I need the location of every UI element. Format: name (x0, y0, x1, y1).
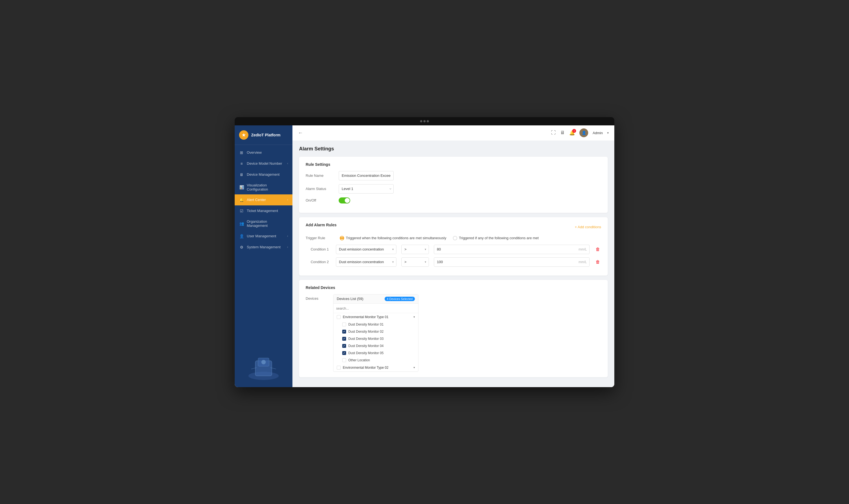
group-1-name: Environmental Monitor Type 01 (343, 315, 388, 319)
device-item-1-3-name: Dust Density Monitor 03 (348, 337, 384, 341)
condition-1-value-input[interactable] (434, 245, 589, 254)
on-off-row: On/Off (306, 197, 601, 203)
alarm-rules-header: Add Alarm Rules + Add conditions (306, 223, 601, 232)
user-chevron-icon: ▾ (607, 131, 609, 135)
rule-name-input[interactable] (339, 171, 394, 180)
list-item[interactable]: Other Location (333, 357, 418, 364)
fullscreen-icon[interactable]: ⛶ (551, 130, 556, 136)
main-content: ← ⛶ 🖥 🔔 1 👤 Admin ▾ Alarm Settings (293, 125, 614, 387)
ticket-mgmt-icon: ☑ (239, 209, 244, 213)
device-mgmt-icon: 🖥 (239, 172, 244, 177)
list-item[interactable]: Dust Density Monitor 05 (333, 349, 418, 357)
condition-2-value-input[interactable] (434, 257, 589, 267)
logo-text: ZedIoT Platform (251, 133, 281, 137)
condition-2-metric-select[interactable]: Dust emission concentration (336, 257, 396, 267)
device-item-1-3-checkbox[interactable] (342, 337, 346, 341)
device-item-1-1-checkbox[interactable] (342, 323, 346, 326)
group-1-chevron-icon: ▾ (413, 316, 415, 319)
trigger-option-simultaneous[interactable]: Triggered when the following conditions … (340, 236, 446, 240)
sidebar-item-label: Device Model Number (247, 161, 282, 165)
condition-1-metric-select[interactable]: Dust emission concentration (336, 245, 396, 254)
list-item[interactable]: Dust Density Monitor 01 (333, 321, 418, 328)
devices-panel: Devices List (59) 4 Devices Selected (333, 294, 419, 372)
notification-badge: 1 (572, 129, 576, 133)
add-conditions-button[interactable]: + Add conditions (575, 225, 601, 229)
condition-1-operator-select[interactable]: > < = (401, 245, 429, 254)
alarm-status-select-wrapper: Level 1 (339, 184, 394, 194)
device-group-2-header[interactable]: Environmental Monitor Type 02 ▾ (333, 364, 418, 372)
monitor-icon[interactable]: 🖥 (560, 130, 565, 136)
sidebar-item-visualization[interactable]: 📊 Visualization Configuration (235, 180, 293, 194)
rule-settings-card: Rule Settings Rule Name Alarm Status Lev… (299, 157, 608, 213)
device-group-1-header[interactable]: Environmental Monitor Type 01 ▾ (333, 313, 418, 321)
device-item-1-4-name: Dust Density Monitor 04 (348, 344, 384, 348)
list-item[interactable]: Dust Density Monitor 02 (333, 328, 418, 335)
trigger-option-2-label: Triggered if any of the following condit… (459, 236, 539, 240)
sidebar-item-label: Overview (247, 150, 262, 155)
device-item-1-5-checkbox[interactable] (342, 351, 346, 355)
chevron-icon: ‹ (287, 246, 288, 249)
sidebar-item-label: Visualization Configuration (247, 183, 288, 191)
back-button[interactable]: ← (298, 130, 303, 136)
logo-icon: ★ (239, 130, 248, 140)
sidebar-item-ticket-mgmt[interactable]: ☑ Ticket Management (235, 205, 293, 216)
condition-2-operator-select[interactable]: > < = (401, 257, 429, 267)
on-off-toggle[interactable] (339, 197, 350, 203)
condition-1-delete-button[interactable]: 🗑 (595, 246, 601, 253)
group-2-name: Environmental Monitor Type 02 (343, 366, 388, 370)
user-mgmt-icon: 👤 (239, 234, 244, 239)
device-item-1-2-checkbox[interactable] (342, 330, 346, 334)
system-mgmt-icon: ⚙ (239, 245, 244, 250)
sidebar-item-user-mgmt[interactable]: 👤 User Management ‹ (235, 231, 293, 242)
group-2-chevron-icon: ▾ (413, 366, 415, 369)
rule-settings-title: Rule Settings (306, 162, 601, 167)
list-item[interactable]: Dust Density Monitor 03 (333, 335, 418, 342)
condition-2-label: Condition 2 (306, 260, 333, 264)
alarm-rules-card: Add Alarm Rules + Add conditions Trigger… (299, 217, 608, 275)
device-item-1-6-name: Other Location (348, 358, 370, 362)
condition-2-metric-wrapper: Dust emission concentration (336, 257, 396, 267)
rule-name-label: Rule Name (306, 174, 339, 178)
condition-2-unit: mm/L (579, 260, 587, 264)
condition-2-row: Condition 2 Dust emission concentration … (306, 257, 601, 267)
notification-icon[interactable]: 🔔 1 (569, 130, 575, 136)
alarm-status-select[interactable]: Level 1 (339, 184, 394, 194)
chevron-icon: ‹ (287, 162, 288, 165)
title-bar (235, 117, 614, 125)
user-name[interactable]: Admin (592, 131, 603, 135)
group-1-checkbox[interactable] (337, 315, 341, 319)
topbar-right: ⛶ 🖥 🔔 1 👤 Admin ▾ (551, 128, 609, 137)
on-off-label: On/Off (306, 198, 339, 202)
alarm-status-label: Alarm Status (306, 187, 339, 191)
list-item[interactable]: Dust Density Monitor 04 (333, 342, 418, 349)
group-2-checkbox[interactable] (337, 366, 341, 370)
sidebar-item-overview[interactable]: ⊞ Overview (235, 147, 293, 158)
avatar: 👤 (579, 128, 588, 137)
devices-search-input[interactable] (336, 307, 415, 310)
condition-2-delete-button[interactable]: 🗑 (595, 258, 601, 266)
sidebar-item-system-mgmt[interactable]: ⚙ System Management ‹ (235, 242, 293, 253)
device-item-1-6-checkbox[interactable] (342, 358, 346, 362)
device-group-1: Environmental Monitor Type 01 ▾ Dust Den… (333, 313, 418, 364)
radio-any (453, 236, 457, 240)
sidebar-item-label: Alert Center (247, 198, 266, 202)
sidebar-item-device-model[interactable]: ≡ Device Model Number ‹ (235, 158, 293, 169)
condition-1-row: Condition 1 Dust emission concentration … (306, 245, 601, 254)
related-devices-card: Related Devices Devices Devices List (59… (299, 280, 608, 377)
trigger-option-1-label: Triggered when the following conditions … (346, 236, 446, 240)
condition-2-value-wrapper: mm/L (434, 257, 589, 267)
device-item-1-4-checkbox[interactable] (342, 344, 346, 348)
devices-label: Devices (306, 294, 328, 301)
device-model-icon: ≡ (239, 161, 244, 166)
sidebar-item-device-mgmt[interactable]: 🖥 Device Management (235, 169, 293, 180)
sidebar-item-alert-center[interactable]: 🔔 Alert Center ‹ (235, 194, 293, 205)
sidebar-item-label: Device Management (247, 173, 280, 177)
trigger-rule-label: Trigger Rule (306, 236, 333, 240)
visualization-icon: 📊 (239, 185, 244, 190)
svg-point-3 (261, 360, 266, 364)
trigger-option-any[interactable]: Triggered if any of the following condit… (453, 236, 539, 240)
sidebar-item-org-mgmt[interactable]: 👥 Organization Management (235, 216, 293, 231)
alarm-status-row: Alarm Status Level 1 (306, 184, 601, 194)
condition-1-unit: mm/L (579, 248, 587, 251)
related-devices-title: Related Devices (306, 285, 601, 290)
